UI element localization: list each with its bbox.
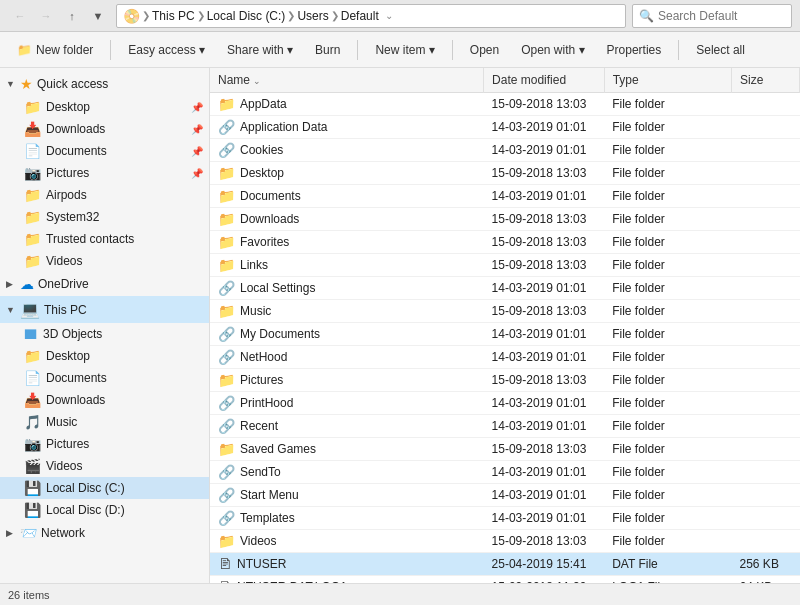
- folder-icon: 📁: [24, 231, 41, 247]
- open-with-button[interactable]: Open with ▾: [512, 36, 593, 64]
- file-dat-icon: 🖹: [218, 556, 232, 572]
- file-type-cell: LOG1 File: [604, 576, 731, 584]
- file-name-cell: 🔗 PrintHood: [210, 392, 484, 415]
- sidebar-item-documents-pc[interactable]: 📄 Documents: [0, 367, 209, 389]
- sidebar-item-local-c[interactable]: 💾 Local Disc (C:): [0, 477, 209, 499]
- col-size-header[interactable]: Size: [732, 68, 800, 93]
- onedrive-chevron: ▶: [6, 279, 16, 289]
- table-row[interactable]: 📁 Pictures 15-09-2018 13:03 File folder: [210, 369, 800, 392]
- sidebar-item-downloads[interactable]: 📥 Downloads 📌: [0, 118, 209, 140]
- file-size-cell: [732, 392, 800, 415]
- nav-back-button[interactable]: ←: [8, 4, 32, 28]
- col-name-header[interactable]: Name ⌄: [210, 68, 484, 93]
- file-name-cell: 📁 Documents: [210, 185, 484, 208]
- sidebar-item-desktop-pc[interactable]: 📁 Desktop: [0, 345, 209, 367]
- table-row[interactable]: 📁 Desktop 15-09-2018 13:03 File folder: [210, 162, 800, 185]
- table-row[interactable]: 📁 Favorites 15-09-2018 13:03 File folder: [210, 231, 800, 254]
- table-row[interactable]: 📁 Documents 14-03-2019 01:01 File folder: [210, 185, 800, 208]
- table-row[interactable]: 🔗 PrintHood 14-03-2019 01:01 File folder: [210, 392, 800, 415]
- table-row[interactable]: 📁 Links 15-09-2018 13:03 File folder: [210, 254, 800, 277]
- sidebar-item-airpods[interactable]: 📁 Airpods: [0, 184, 209, 206]
- sidebar-item-pictures[interactable]: 📷 Pictures 📌: [0, 162, 209, 184]
- file-date-cell: 15-09-2018 13:03: [484, 231, 605, 254]
- burn-button[interactable]: Burn: [306, 36, 349, 64]
- file-size-cell: [732, 93, 800, 116]
- properties-button[interactable]: Properties: [598, 36, 671, 64]
- breadcrumb-users[interactable]: Users: [297, 9, 328, 23]
- table-row[interactable]: 🔗 Recent 14-03-2019 01:01 File folder: [210, 415, 800, 438]
- sidebar-item-label: Desktop: [46, 100, 90, 114]
- file-name-cell: 📁 Links: [210, 254, 484, 277]
- search-input[interactable]: [658, 9, 778, 23]
- table-row[interactable]: 📁 Videos 15-09-2018 13:03 File folder: [210, 530, 800, 553]
- file-size-cell: [732, 231, 800, 254]
- nav-up-button[interactable]: ↑: [60, 4, 84, 28]
- col-date-header[interactable]: Date modified: [484, 68, 605, 93]
- table-row[interactable]: 🔗 NetHood 14-03-2019 01:01 File folder: [210, 346, 800, 369]
- table-row[interactable]: 🔗 My Documents 14-03-2019 01:01 File fol…: [210, 323, 800, 346]
- file-size-cell: [732, 277, 800, 300]
- search-box[interactable]: 🔍: [632, 4, 792, 28]
- file-name: Start Menu: [240, 488, 299, 502]
- table-row[interactable]: 📁 Downloads 15-09-2018 13:03 File folder: [210, 208, 800, 231]
- onedrive-header[interactable]: ▶ ☁ OneDrive: [0, 272, 209, 296]
- breadcrumb-drive[interactable]: Local Disc (C:): [207, 9, 286, 23]
- table-row[interactable]: 📁 Saved Games 15-09-2018 13:03 File fold…: [210, 438, 800, 461]
- sidebar-item-downloads-pc[interactable]: 📥 Downloads: [0, 389, 209, 411]
- file-date-cell: 14-03-2019 01:01: [484, 507, 605, 530]
- folder-icon: 📁: [218, 96, 235, 112]
- select-all-button[interactable]: Select all: [687, 36, 754, 64]
- table-row[interactable]: 📁 Music 15-09-2018 13:03 File folder: [210, 300, 800, 323]
- sidebar-item-system32[interactable]: 📁 System32: [0, 206, 209, 228]
- table-row[interactable]: 🔗 Cookies 14-03-2019 01:01 File folder: [210, 139, 800, 162]
- table-row[interactable]: 🔗 Local Settings 14-03-2019 01:01 File f…: [210, 277, 800, 300]
- thispc-label: This PC: [44, 303, 87, 317]
- sidebar-item-videos-pc[interactable]: 🎬 Videos: [0, 455, 209, 477]
- main-content: ▼ ★ Quick access 📁 Desktop 📌 📥 Downloads…: [0, 68, 800, 583]
- file-date-cell: 15-09-2018 11:39: [484, 576, 605, 584]
- sidebar-item-videos-qa[interactable]: 📁 Videos: [0, 250, 209, 272]
- breadcrumb-default[interactable]: Default: [341, 9, 379, 23]
- file-type-cell: File folder: [604, 530, 731, 553]
- file-size-cell: [732, 530, 800, 553]
- file-type-cell: File folder: [604, 231, 731, 254]
- sidebar-item-label: Pictures: [46, 166, 89, 180]
- easy-access-button[interactable]: Easy access ▾: [119, 36, 214, 64]
- quick-access-header[interactable]: ▼ ★ Quick access: [0, 72, 209, 96]
- file-size-cell: [732, 208, 800, 231]
- file-type-cell: File folder: [604, 116, 731, 139]
- new-item-button[interactable]: New item ▾: [366, 36, 443, 64]
- file-date-cell: 15-09-2018 13:03: [484, 438, 605, 461]
- nav-recent-button[interactable]: ▼: [86, 4, 110, 28]
- table-row[interactable]: 🖹 NTUSER 25-04-2019 15:41 DAT File 256 K…: [210, 553, 800, 576]
- table-row[interactable]: 🔗 Templates 14-03-2019 01:01 File folder: [210, 507, 800, 530]
- sidebar-item-music-pc[interactable]: 🎵 Music: [0, 411, 209, 433]
- breadcrumb-thispc[interactable]: This PC: [152, 9, 195, 23]
- folder-icon: 📁: [218, 533, 235, 549]
- sidebar-item-documents[interactable]: 📄 Documents 📌: [0, 140, 209, 162]
- item-count: 26 items: [8, 589, 50, 601]
- file-size-cell: [732, 484, 800, 507]
- address-bar[interactable]: 📀 ❯ This PC ❯ Local Disc (C:) ❯ Users ❯ …: [116, 4, 626, 28]
- new-folder-button[interactable]: 📁 New folder: [8, 36, 102, 64]
- toolbar-separator-2: [357, 40, 358, 60]
- table-row[interactable]: 🔗 Application Data 14-03-2019 01:01 File…: [210, 116, 800, 139]
- table-row[interactable]: 🖺 NTUSER.DAT.LOG1 15-09-2018 11:39 LOG1 …: [210, 576, 800, 584]
- table-row[interactable]: 🔗 SendTo 14-03-2019 01:01 File folder: [210, 461, 800, 484]
- nav-forward-button[interactable]: →: [34, 4, 58, 28]
- table-row[interactable]: 🔗 Start Menu 14-03-2019 01:01 File folde…: [210, 484, 800, 507]
- sidebar-item-pictures-pc[interactable]: 📷 Pictures: [0, 433, 209, 455]
- table-row[interactable]: 📁 AppData 15-09-2018 13:03 File folder: [210, 93, 800, 116]
- file-type-cell: File folder: [604, 277, 731, 300]
- open-button[interactable]: Open: [461, 36, 508, 64]
- sidebar-item-trusted-contacts[interactable]: 📁 Trusted contacts: [0, 228, 209, 250]
- file-name-cell: 📁 Music: [210, 300, 484, 323]
- thispc-header[interactable]: ▼ 💻 This PC: [0, 296, 209, 323]
- share-with-button[interactable]: Share with ▾: [218, 36, 302, 64]
- 3d-icon: ⯀: [24, 326, 38, 342]
- sidebar-item-desktop[interactable]: 📁 Desktop 📌: [0, 96, 209, 118]
- sidebar-item-3d-objects[interactable]: ⯀ 3D Objects: [0, 323, 209, 345]
- col-type-header[interactable]: Type: [604, 68, 731, 93]
- network-header[interactable]: ▶ 📨 Network: [0, 521, 209, 545]
- sidebar-item-local-d[interactable]: 💾 Local Disc (D:): [0, 499, 209, 521]
